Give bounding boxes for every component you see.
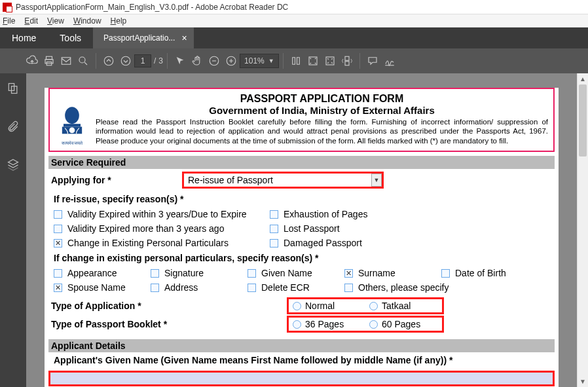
applying-for-dropdown[interactable]: Re-issue of Passport ▼ [182,172,384,189]
booklet-36-radio[interactable] [293,320,301,329]
checkbox[interactable] [54,210,62,219]
checkbox[interactable] [270,225,278,233]
hand-tool-icon[interactable] [189,52,206,69]
page-number-input[interactable] [134,54,151,67]
checkbox-label: Date of Birth [455,268,506,278]
checkbox[interactable] [151,269,159,278]
thumbnails-icon[interactable] [6,81,20,96]
select-tool-icon[interactable] [172,52,189,69]
checkbox[interactable] [248,284,256,292]
search-icon[interactable] [75,52,92,69]
menu-view[interactable]: View [47,16,64,26]
booklet-60-radio[interactable] [369,320,378,329]
menu-help[interactable]: Help [111,16,127,26]
checkbox-label: Damaged Passport [284,238,362,248]
type-app-normal-radio[interactable] [293,302,301,310]
checkbox[interactable]: ✕ [344,269,353,278]
booklet-60-label: 60 Pages [382,319,420,329]
page-indicator: / 3 [134,54,163,67]
checkbox[interactable] [248,269,256,278]
scroll-mode-icon[interactable] [339,52,356,69]
tab-close-icon[interactable]: × [181,33,187,43]
svg-rect-12 [345,62,349,65]
svg-point-4 [79,57,85,63]
checkbox-label: Change in Existing Personal Particulars [67,238,229,248]
window-title: PassportApplicationForm_Main_English_V3.… [16,3,288,12]
page-sep: / [154,56,156,65]
svg-rect-10 [326,57,334,65]
svg-point-5 [104,56,113,65]
given-name-input[interactable] [48,371,555,386]
national-emblem: सत्यमेव जयते [55,93,89,145]
section-service-required: Service Required [48,156,555,169]
section-applicant-details: Applicant Details [48,339,555,352]
checkbox-label: Appearance [67,268,117,278]
checkbox-label: Signature [164,268,204,278]
menu-window[interactable]: Window [73,16,101,26]
checkbox[interactable]: ✕ [54,239,62,248]
acrobat-icon [3,3,12,12]
booklet-36-label: 36 Pages [305,319,344,329]
type-app-label: Type of Application * [51,301,261,311]
tab-document[interactable]: PassportApplicatio... × [93,28,194,48]
save-cloud-icon[interactable] [24,52,41,69]
change-reason-group: AppearanceSignatureGiven Name✕SurnameDat… [48,266,555,295]
reissue-reason-group: Validity Expired within 3 years/Due to E… [48,207,555,250]
change-option: Delete ECR [245,280,342,295]
page-down-icon[interactable] [117,52,134,69]
change-option: Given Name [245,266,342,280]
reissue-option: ✕Change in Existing Personal Particulars [51,236,267,250]
checkbox-label: Delete ECR [261,282,310,293]
page-up-icon[interactable] [100,52,117,69]
form-note: Please read the Passport Instruction Boo… [96,117,548,145]
scroll-thumb[interactable] [579,84,587,157]
print-icon[interactable] [41,52,58,69]
reading-mode-icon[interactable] [287,52,304,69]
checkbox[interactable] [270,239,278,248]
attachments-icon[interactable] [6,119,20,134]
type-booklet-group: 36 Pages 60 Pages [287,316,444,333]
checkbox[interactable] [441,269,450,278]
type-app-tatkaal-label: Tatkaal [382,301,411,311]
form-title: PASSPORT APPLICATION FORM [96,93,548,105]
checkbox[interactable] [270,210,278,219]
menu-file[interactable]: File [3,16,15,26]
checkbox[interactable] [151,284,159,292]
checkbox[interactable] [344,284,353,292]
layers-icon[interactable] [6,157,20,172]
checkbox[interactable]: ✕ [54,284,62,292]
applying-for-label: Applying for * [51,175,182,185]
scroll-down-icon[interactable]: ▼ [578,376,588,387]
tab-document-label: PassportApplicatio... [103,33,175,43]
change-option: Date of Birth [439,266,536,280]
change-option: Address [148,280,245,295]
sign-icon[interactable] [381,52,398,69]
titlebar: PassportApplicationForm_Main_English_V3.… [0,0,588,14]
email-icon[interactable] [58,52,75,69]
pdf-page: सत्यमेव जयते PASSPORT APPLICATION FORM G… [45,88,559,387]
change-option: ✕Spouse Name [51,280,148,295]
zoom-select[interactable]: 101% ▼ [240,54,279,68]
zoom-in-icon[interactable] [223,52,240,69]
checkbox[interactable] [54,225,62,233]
svg-rect-3 [62,58,71,65]
page-total: 3 [158,56,163,65]
checkbox-label: Address [164,282,198,293]
type-app-tatkaal-radio[interactable] [369,302,378,310]
scroll-up-icon[interactable]: ▲ [578,73,588,84]
checkbox-label: Others, please specify [358,282,449,293]
chevron-down-icon: ▼ [371,174,382,187]
left-panel [0,73,26,387]
tab-home[interactable]: Home [0,28,48,48]
zoom-out-icon[interactable] [206,52,223,69]
comment-icon[interactable] [364,52,381,69]
fit-page-icon[interactable] [304,52,322,69]
svg-point-15 [65,107,79,124]
vertical-scrollbar[interactable]: ▲ ▼ [577,73,588,387]
svg-rect-16 [64,124,81,126]
menu-edit[interactable]: Edit [24,16,38,26]
checkbox[interactable] [54,269,62,278]
tab-tools[interactable]: Tools [48,28,93,48]
fit-width-icon[interactable] [322,52,339,69]
change-option: Signature [148,266,245,280]
